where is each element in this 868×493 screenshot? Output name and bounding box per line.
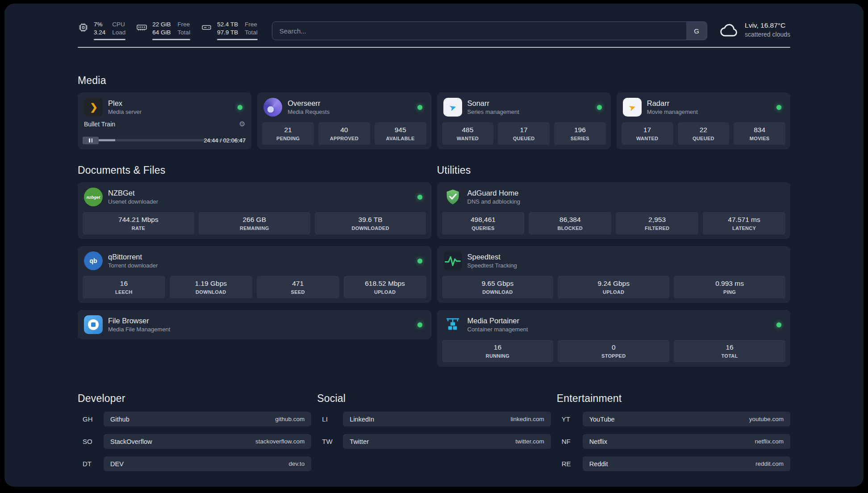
bookmark-link-youtube[interactable]: YouTube youtube.com xyxy=(583,412,790,426)
stat-label: RUNNING xyxy=(486,353,509,359)
stat-queued: 22 QUEUED xyxy=(678,122,730,145)
stat-label: MOVIES xyxy=(750,136,770,141)
memory-free-label: Free xyxy=(178,21,191,29)
stat-label: PENDING xyxy=(276,136,300,141)
app-name: Speedtest xyxy=(467,253,517,261)
radarr-card[interactable]: ➤ Radarr Movie management 17 WANTED xyxy=(617,92,790,149)
overseerr-card[interactable]: Overseerr Media Requests 21 PENDING 40 A… xyxy=(257,92,431,149)
memory-free-value: 22 GiB xyxy=(152,21,171,29)
playback-bar: 24:44 / 02:06:47 xyxy=(83,136,246,145)
app-subtitle: Series management xyxy=(467,109,519,115)
bookmark-link-stackoverflow[interactable]: StackOverflow stackoverflow.com xyxy=(104,434,311,449)
stat-label: DOWNLOAD xyxy=(482,289,513,295)
plex-card[interactable]: ❯ Plex Media server Bullet Train ⚙ xyxy=(78,92,251,149)
bookmark-abbr: YT xyxy=(557,415,583,423)
stat-value: 17 xyxy=(643,126,651,134)
adguard-card[interactable]: AdGuard Home DNS and adblocking 498,461 … xyxy=(437,182,791,239)
stat-movies: 834 MOVIES xyxy=(734,122,785,145)
stat-label: DOWNLOAD xyxy=(196,289,226,295)
stat-queued: 17 QUEUED xyxy=(498,122,550,145)
app-subtitle: Media server xyxy=(108,109,142,115)
bookmark-url: reddit.com xyxy=(755,460,784,467)
speedtest-stats: 9.65 Gbps DOWNLOAD 9.24 Gbps UPLOAD 0.99… xyxy=(442,276,786,298)
weather-widget: Lviv, 16.87°C scattered clouds xyxy=(720,21,790,38)
stat-label: BLOCKED xyxy=(558,226,583,231)
disk-widget: 52.4 TB 97.9 TB Free Total xyxy=(201,21,258,40)
search-provider-button[interactable]: G xyxy=(686,22,707,40)
stat-label: SEED xyxy=(291,289,305,295)
bookmark-link-github[interactable]: Github github.com xyxy=(104,412,311,426)
bookmark-netflix: NF Netflix netflix.com xyxy=(557,434,790,449)
filebrowser-card[interactable]: File Browser Media File Management xyxy=(78,310,431,339)
bookmark-url: stackoverflow.com xyxy=(255,438,305,445)
app-subtitle: Speedtest Tracking xyxy=(467,262,517,269)
app-name: qBittorrent xyxy=(108,253,158,261)
stat-stopped: 0 STOPPED xyxy=(558,340,669,362)
radarr-icon: ➤ xyxy=(623,98,642,117)
bookmark-abbr: LI xyxy=(317,415,343,423)
cpu-load-label: Load xyxy=(112,29,125,37)
stat-value: 40 xyxy=(340,126,348,134)
cpu-usage-value: 7% xyxy=(94,21,105,29)
section-title-entertainment: Entertainment xyxy=(557,393,790,405)
speedtest-card[interactable]: Speedtest Speedtest Tracking 9.65 Gbps D… xyxy=(437,246,791,303)
now-playing-title: Bullet Train xyxy=(84,121,115,128)
section-title-media: Media xyxy=(78,75,790,87)
search-input[interactable] xyxy=(272,21,707,40)
stat-label: PING xyxy=(723,289,736,295)
stat-downloaded: 39.6 TB DOWNLOADED xyxy=(315,212,426,234)
stat-label: UPLOAD xyxy=(374,289,396,295)
stat-label: REMAINING xyxy=(240,226,269,231)
stat-running: 16 RUNNING xyxy=(442,340,554,362)
bookmark-abbr: RE xyxy=(557,460,583,468)
stat-value: 0 xyxy=(612,343,616,351)
section-title-utilities: Utilities xyxy=(437,164,791,176)
portainer-card[interactable]: Media Portainer Container management 16 … xyxy=(437,310,791,367)
stat-value: 1.19 Gbps xyxy=(195,280,227,288)
stat-value: 17 xyxy=(520,126,528,134)
settings-gear-icon[interactable]: ⚙ xyxy=(239,121,245,128)
cloud-icon xyxy=(720,22,739,38)
nzbget-card[interactable]: nzbget NZBGet Usenet downloader 744.21 M… xyxy=(78,182,431,239)
stat-remaining: 266 GB REMAINING xyxy=(199,212,310,234)
stat-label: APPROVED xyxy=(330,136,359,141)
section-documents: Documents & Files nzbget NZBGet Usenet d… xyxy=(78,164,431,339)
stat-label: WANTED xyxy=(636,136,658,141)
qbittorrent-stats: 16 LEECH 1.19 Gbps DOWNLOAD 471 SEED xyxy=(83,276,426,298)
memory-icon xyxy=(136,22,147,33)
bookmark-abbr: GH xyxy=(78,415,104,423)
section-utilities: Utilities xyxy=(437,164,791,367)
resource-widgets: 7% 3.24 CPU Load xyxy=(78,21,258,40)
nzbget-icon: nzbget xyxy=(84,188,103,206)
bookmark-link-dev[interactable]: DEV dev.to xyxy=(104,456,311,471)
memory-total-value: 64 GiB xyxy=(152,29,171,37)
bookmark-link-netflix[interactable]: Netflix netflix.com xyxy=(583,434,790,449)
qbittorrent-card[interactable]: qb qBittorrent Torrent downloader 16 xyxy=(78,246,431,303)
stat-value: 16 xyxy=(726,343,733,351)
stat-value: 618.52 Mbps xyxy=(365,280,405,288)
stat-label: FILTERED xyxy=(645,226,669,231)
cpu-usage-bar xyxy=(94,39,125,40)
portainer-stats: 16 RUNNING 0 STOPPED 16 TOTAL xyxy=(442,340,786,362)
weather-condition: scattered clouds xyxy=(745,31,790,38)
stat-series: 196 SERIES xyxy=(554,122,606,145)
sonarr-card[interactable]: ➤ Sonarr Series management 485 WANTED xyxy=(437,92,611,149)
stat-value: 16 xyxy=(494,343,501,351)
pause-button[interactable] xyxy=(83,137,99,144)
overseerr-stats: 21 PENDING 40 APPROVED 945 AVAILABLE xyxy=(262,122,426,145)
bookmark-url: youtube.com xyxy=(749,416,784,422)
stat-blocked: 86,384 BLOCKED xyxy=(529,212,611,234)
status-dot xyxy=(417,322,422,327)
bookmark-link-linkedin[interactable]: LinkedIn linkedin.com xyxy=(343,412,551,426)
stat-label: QUERIES xyxy=(472,226,495,231)
disk-free-label: Free xyxy=(245,21,258,29)
bookmark-link-reddit[interactable]: Reddit reddit.com xyxy=(583,456,790,471)
bookmark-abbr: DT xyxy=(78,460,104,468)
weather-location: Lviv, 16.87°C xyxy=(745,21,790,29)
section-title-documents: Documents & Files xyxy=(78,164,431,176)
bookmark-linkedin: LI LinkedIn linkedin.com xyxy=(317,412,551,426)
bookmark-url: dev.to xyxy=(289,460,305,467)
bookmark-link-twitter[interactable]: Twitter twitter.com xyxy=(343,434,551,449)
app-name: Media Portainer xyxy=(467,317,528,325)
bookmark-name: Reddit xyxy=(589,460,608,468)
